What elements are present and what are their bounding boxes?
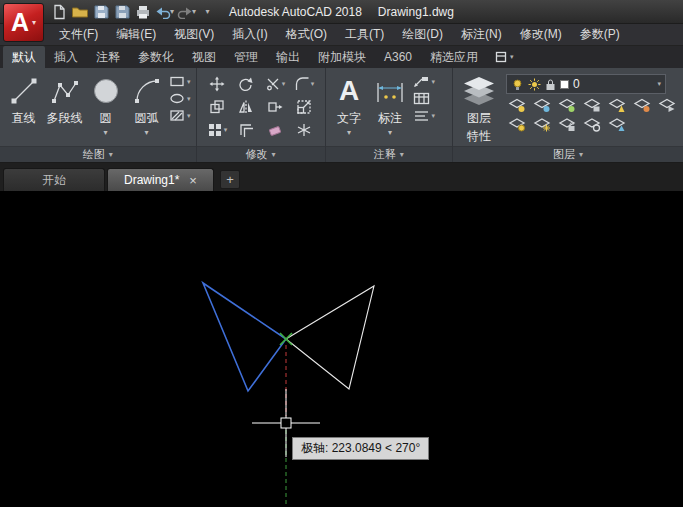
- offset-button[interactable]: [234, 120, 259, 140]
- tab-featured-apps[interactable]: 精选应用: [421, 46, 487, 68]
- ellipse-button[interactable]: ▾: [169, 92, 191, 105]
- circle-button[interactable]: 圆 ▾: [85, 71, 126, 146]
- erase-button[interactable]: [263, 120, 288, 140]
- copy-icon: [209, 99, 225, 115]
- explode-button[interactable]: [292, 120, 317, 140]
- right-triangle[interactable]: [286, 286, 374, 389]
- menu-format[interactable]: 格式(O): [277, 24, 336, 45]
- array-icon: [207, 122, 223, 138]
- rectangle-button[interactable]: ▾: [169, 75, 191, 88]
- menu-file[interactable]: 文件(F): [50, 24, 107, 45]
- text-style-button[interactable]: ▾: [413, 109, 436, 122]
- start-tab-label: 开始: [42, 172, 66, 189]
- dimension-button[interactable]: 标注 ▾: [370, 71, 411, 146]
- annotation-panel-footer[interactable]: 注释 ▾: [326, 146, 452, 162]
- drawing1-tab[interactable]: Drawing1* ×: [107, 168, 214, 191]
- new-drawing-tab-button[interactable]: +: [220, 170, 240, 189]
- text-style-icon: [413, 109, 430, 122]
- redo-button[interactable]: ▾: [177, 2, 196, 22]
- menu-tools[interactable]: 工具(T): [336, 24, 393, 45]
- modify-panel-footer[interactable]: 修改 ▾: [197, 146, 325, 162]
- table-button[interactable]: [413, 92, 436, 105]
- tab-home[interactable]: 默认: [3, 46, 45, 68]
- rectangle-icon: [169, 75, 185, 88]
- arc-flyout-icon[interactable]: ▾: [144, 128, 148, 137]
- layer-lock-icon: [545, 78, 556, 91]
- copy-button[interactable]: [205, 97, 230, 117]
- layer-thaw-button[interactable]: [533, 116, 551, 132]
- save-button[interactable]: [92, 2, 110, 22]
- menu-dimension[interactable]: 标注(N): [452, 24, 511, 45]
- menu-edit[interactable]: 编辑(E): [107, 24, 165, 45]
- application-menu-button[interactable]: A ▾: [3, 3, 44, 42]
- layer-dropdown[interactable]: 0 ▾: [506, 74, 666, 94]
- tab-insert[interactable]: 插入: [45, 46, 87, 68]
- text-flyout-icon[interactable]: ▾: [347, 128, 351, 137]
- open-file-button[interactable]: [71, 2, 89, 22]
- layer-lock-button[interactable]: [583, 97, 601, 113]
- scale-button[interactable]: [292, 97, 317, 117]
- tab-a360[interactable]: A360: [375, 46, 421, 68]
- explode-icon: [296, 122, 312, 138]
- drawing-canvas[interactable]: 极轴: 223.0849 < 270°: [0, 191, 683, 507]
- rotate-button[interactable]: [234, 74, 259, 94]
- layer-match-button[interactable]: [633, 97, 651, 113]
- ribbon-options-button[interactable]: ▾: [487, 46, 522, 68]
- menu-modify[interactable]: 修改(M): [511, 24, 571, 45]
- layer-properties-label-2: 特性: [467, 128, 491, 145]
- tab-parametric[interactable]: 参数化: [129, 46, 183, 68]
- leader-button[interactable]: ▾: [413, 75, 436, 88]
- fillet-button[interactable]: ▾: [292, 74, 317, 94]
- layer-freeze-button[interactable]: [558, 97, 576, 113]
- layer-previous-button[interactable]: [658, 97, 676, 113]
- layer-on-button[interactable]: [508, 116, 526, 132]
- layer-off-button[interactable]: [508, 97, 526, 113]
- text-icon: A: [339, 77, 359, 105]
- layer-properties-label-1: 图层: [467, 110, 491, 127]
- qat-customize-button[interactable]: ▾: [199, 2, 217, 22]
- layer-dropdown-arrow-icon[interactable]: ▾: [657, 80, 661, 88]
- tab-manage[interactable]: 管理: [225, 46, 267, 68]
- plot-button[interactable]: [134, 2, 152, 22]
- new-file-button[interactable]: [50, 2, 68, 22]
- circle-flyout-icon[interactable]: ▾: [103, 128, 107, 137]
- layer-unlock-button[interactable]: [558, 116, 576, 132]
- draw-panel-footer[interactable]: 绘图 ▾: [0, 146, 196, 162]
- tab-output[interactable]: 输出: [267, 46, 309, 68]
- redo-dropdown-icon[interactable]: ▾: [192, 7, 196, 16]
- left-triangle-selected[interactable]: [203, 283, 286, 391]
- layer-merge-button[interactable]: [608, 116, 626, 132]
- dimension-flyout-icon[interactable]: ▾: [388, 128, 392, 137]
- layer-walk-button[interactable]: [583, 116, 601, 132]
- layer-properties-button[interactable]: 图层 特性: [456, 71, 502, 146]
- trim-button[interactable]: ▾: [263, 74, 288, 94]
- layer-isolate-button[interactable]: [533, 97, 551, 113]
- line-button[interactable]: 直线: [3, 71, 44, 146]
- text-button[interactable]: A 文字 ▾: [329, 71, 370, 146]
- start-tab[interactable]: 开始: [3, 168, 105, 191]
- mirror-button[interactable]: [234, 97, 259, 117]
- rotate-icon: [238, 76, 254, 92]
- tab-addins[interactable]: 附加模块: [309, 46, 375, 68]
- undo-dropdown-icon[interactable]: ▾: [170, 7, 174, 16]
- tab-view[interactable]: 视图: [183, 46, 225, 68]
- layer-freeze-sun-icon: [528, 78, 541, 91]
- layer-make-current-button[interactable]: [608, 97, 626, 113]
- hatch-button[interactable]: ▾: [169, 109, 191, 122]
- undo-button[interactable]: ▾: [155, 2, 174, 22]
- menu-insert[interactable]: 插入(I): [223, 24, 276, 45]
- arc-icon: [132, 76, 162, 106]
- chevron-down-icon: ▾: [282, 80, 286, 88]
- menu-draw[interactable]: 绘图(D): [393, 24, 452, 45]
- menu-parametric[interactable]: 参数(P): [571, 24, 629, 45]
- move-button[interactable]: [205, 74, 230, 94]
- array-button[interactable]: ▾: [205, 120, 230, 140]
- arc-button[interactable]: 圆弧 ▾: [126, 71, 167, 146]
- save-as-button[interactable]: [113, 2, 131, 22]
- close-tab-icon[interactable]: ×: [189, 173, 197, 188]
- menu-view[interactable]: 视图(V): [165, 24, 223, 45]
- polyline-button[interactable]: 多段线: [44, 71, 85, 146]
- tab-annotate[interactable]: 注释: [87, 46, 129, 68]
- layers-panel-footer[interactable]: 图层 ▾: [453, 146, 683, 162]
- stretch-button[interactable]: [263, 97, 288, 117]
